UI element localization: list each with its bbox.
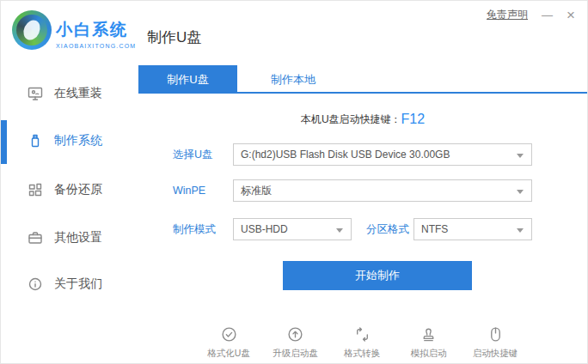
tool-label: 模拟启动 [411,348,447,360]
app-logo [12,10,52,50]
start-create-button[interactable]: 开始制作 [283,261,472,290]
logo-title: 小白系统 [56,19,136,41]
tool-label: 启动快捷键 [473,348,518,360]
sidebar-item-create-system[interactable]: 制作系统 [1,126,138,155]
select-usb-label: 选择U盘 [173,143,213,166]
backup-restore-icon [27,181,44,198]
partition-format-label: 分区格式 [366,218,409,240]
logo-subtitle: XIAOBAIXITONG.COM [56,43,136,49]
winpe-select-value: 标准版 [241,184,272,198]
stamp-icon [420,325,438,343]
tab-create-local[interactable]: 制作本地 [237,65,349,94]
boot-hotkey-label: 本机U盘启动快捷键： [301,113,401,125]
winpe-select[interactable]: 标准版 [233,179,532,202]
format-convert-icon [353,325,371,343]
mouse-icon [487,325,505,343]
arrow-up-circle-icon [286,325,304,343]
sidebar-item-label: 备份还原 [54,182,102,197]
page-title: 制作U盘 [147,27,201,47]
winpe-label: WinPE [173,179,205,202]
sidebar-item-label: 在线重装 [54,86,102,101]
usb-drive-icon [27,132,44,149]
usb-drive-select-value: G:(hd2)USB Flash Disk USB Device 30.00GB [241,149,450,161]
chevron-down-icon [517,228,524,233]
make-mode-select-value: USB-HDD [241,223,288,235]
tool-boot-hotkey[interactable]: 启动快捷键 [470,325,520,360]
tool-upgrade-boot-disk[interactable]: 升级启动盘 [271,325,321,360]
partition-format-select[interactable]: NTFS [413,218,532,240]
sidebar-item-about-us[interactable]: 关于我们 [1,270,138,299]
close-icon[interactable]: × [567,10,575,21]
make-mode-label: 制作模式 [173,218,216,240]
info-icon [27,276,44,293]
tool-simulate-boot[interactable]: 模拟启动 [404,325,454,360]
chevron-down-icon [517,154,524,158]
window-controls: 免责声明 — × [487,8,575,22]
make-mode-select[interactable]: USB-HDD [233,218,352,240]
app-window: 免责声明 — × 小白系统 XIAOBAIXITONG.COM 制作U盘 在线重… [0,0,588,364]
check-circle-icon [220,325,238,343]
sidebar-item-online-reinstall[interactable]: 在线重装 [1,79,138,108]
tool-format-usb[interactable]: 格式化U盘 [204,325,254,360]
partition-format-select-value: NTFS [421,223,448,235]
sidebar-item-label: 关于我们 [54,276,102,292]
chevron-down-icon [336,228,343,233]
tool-label: 格式化U盘 [207,348,250,360]
settings-box-icon [27,229,44,246]
minimize-icon[interactable]: — [542,11,553,20]
tool-label: 升级启动盘 [273,348,318,360]
monitor-reinstall-icon [27,85,44,102]
sidebar-item-other-settings[interactable]: 其他设置 [1,223,138,252]
logo-text: 小白系统 XIAOBAIXITONG.COM [56,19,136,49]
boot-hotkey-line: 本机U盘启动快捷键：F12 [138,112,587,127]
tab-create-usb[interactable]: 制作U盘 [138,65,237,94]
sidebar-item-label: 其他设置 [54,230,102,246]
sidebar-item-backup-restore[interactable]: 备份还原 [1,175,138,204]
tab-bar: 制作U盘 制作本地 [138,65,587,94]
tool-format-convert[interactable]: 格式转换 [337,325,387,360]
boot-hotkey-value: F12 [401,112,426,126]
footer-toolbar: 格式化U盘 升级启动盘 格式转换 模拟启动 启动快捷键 [204,325,520,360]
chevron-down-icon [517,190,524,194]
sidebar-item-label: 制作系统 [54,133,102,149]
tool-label: 格式转换 [344,348,380,360]
usb-drive-select[interactable]: G:(hd2)USB Flash Disk USB Device 30.00GB [233,143,532,166]
disclaimer-link[interactable]: 免责声明 [487,8,528,22]
